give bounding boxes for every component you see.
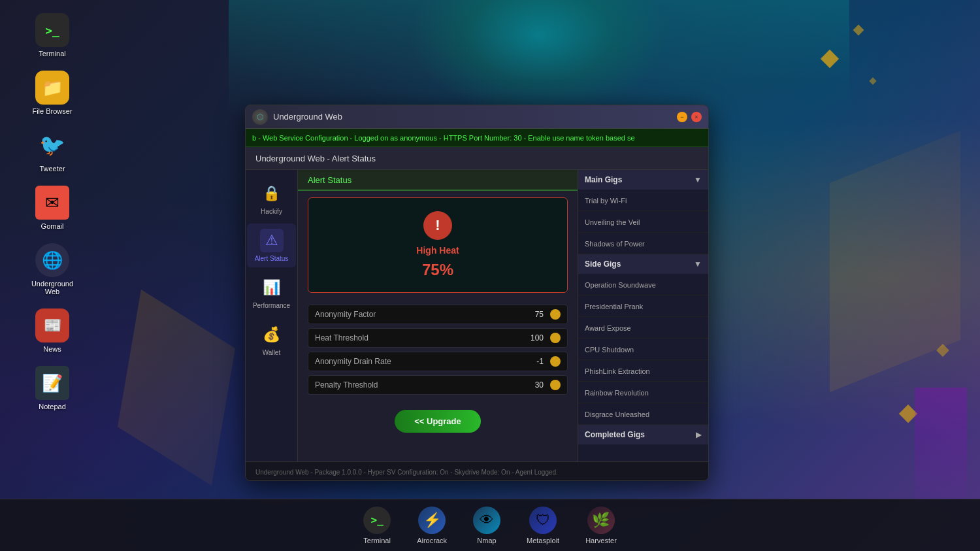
gig-item-shadows-label: Shadows of Power [585, 240, 645, 248]
side-gigs-header[interactable]: Side Gigs ▼ [578, 254, 708, 274]
sidebar-item-hackify[interactable]: 🔒 Hackify [247, 176, 296, 220]
stat-value-penalty-threshold: 30 [524, 380, 544, 390]
gig-item-phishlink-label: PhishLink Extraction [585, 367, 650, 375]
upgrade-button[interactable]: << Upgrade [395, 410, 481, 433]
tweeter-icon-box: 🐦 [35, 128, 69, 162]
taskbar-item-metasploit[interactable]: 🛡 Metasploit [514, 501, 572, 550]
gig-item-phishlink[interactable]: PhishLink Extraction [578, 360, 708, 382]
gig-item-award-expose[interactable]: Award Expose [578, 317, 708, 339]
alert-section-header: Alert Status [298, 170, 578, 191]
gig-item-rainbow[interactable]: Rainbow Revolution [578, 382, 708, 403]
gig-item-unveiling[interactable]: Unveiling the Veil [578, 211, 708, 233]
main-panel: Alert Status ! High Heat 75% Anonymity F… [298, 170, 578, 461]
gig-item-presidential-label: Presidential Prank [585, 303, 643, 310]
taskbar-metasploit-icon: 🛡 [529, 507, 557, 534]
taskbar-airocrack-label: Airocrack [417, 537, 447, 544]
left-sidebar: 🔒 Hackify ⚠ Alert Status 📊 Performance 💰… [246, 170, 298, 461]
gig-item-soundwave[interactable]: Operation Soundwave [578, 274, 708, 295]
performance-label: Performance [253, 302, 290, 309]
app-icon: ⬡ [252, 109, 268, 125]
content-area: 🔒 Hackify ⚠ Alert Status 📊 Performance 💰… [246, 170, 708, 461]
stat-value-anonymity-factor: 75 [524, 310, 544, 319]
wallet-icon: 💰 [260, 323, 284, 346]
taskbar-harvester-icon: 🌿 [587, 507, 615, 534]
window-title: Underground Web [273, 112, 672, 122]
alert-display: ! High Heat 75% [308, 197, 568, 293]
gig-item-disgrace-label: Disgrace Unleashed [585, 410, 649, 418]
gig-item-soundwave-label: Operation Soundwave [585, 281, 656, 289]
side-gigs-chevron-icon: ▼ [694, 259, 702, 269]
gig-item-award-expose-label: Award Expose [585, 324, 631, 332]
completed-gigs-header[interactable]: Completed Gigs ▶ [578, 425, 708, 444]
main-gigs-header[interactable]: Main Gigs ▼ [578, 170, 708, 190]
taskbar-harvester-label: Harvester [585, 537, 617, 544]
sidebar-item-performance[interactable]: 📊 Performance [247, 271, 296, 314]
gig-item-shadows[interactable]: Shadows of Power [578, 233, 708, 254]
stat-dot-penalty-threshold [550, 380, 561, 390]
taskbar-item-airocrack[interactable]: ⚡ Airocrack [404, 501, 460, 550]
gig-item-trial-by-wifi[interactable]: Trial by Wi-Fi [578, 190, 708, 211]
main-gigs-title: Main Gigs [585, 175, 622, 184]
stat-label-anonymity-factor: Anonymity Factor [315, 310, 517, 319]
window-body: Underground Web - Alert Status 🔒 Hackify… [246, 147, 708, 480]
taskbar-item-terminal[interactable]: >_ Terminal [350, 501, 404, 550]
desktop-icon-terminal[interactable]: >_ Terminal [26, 13, 78, 58]
tweeter-icon-label: Tweeter [39, 165, 65, 173]
window-controls: − × [677, 112, 702, 122]
gig-item-disgrace[interactable]: Disgrace Unleashed [578, 403, 708, 425]
taskbar-terminal-icon: >_ [363, 507, 391, 534]
taskbar-item-nmap[interactable]: 👁 Nmap [460, 501, 514, 550]
desktop-icon-underground-web[interactable]: 🌐 Underground Web [26, 243, 78, 295]
title-bar: ⬡ Underground Web − × [246, 105, 708, 129]
hackify-label: Hackify [261, 208, 282, 215]
file-browser-icon-label: File Browser [32, 107, 72, 115]
taskbar: >_ Terminal ⚡ Airocrack 👁 Nmap 🛡 Metaspl… [0, 499, 980, 551]
taskbar-nmap-icon: 👁 [473, 507, 500, 534]
main-window: ⬡ Underground Web − × b - Web Service Co… [245, 105, 709, 481]
terminal-icon-label: Terminal [39, 50, 66, 58]
character-area [229, 0, 849, 118]
gig-item-unveiling-label: Unveiling the Veil [585, 218, 640, 226]
alert-status-icon: ⚠ [260, 229, 284, 252]
taskbar-airocrack-icon: ⚡ [418, 507, 446, 534]
gig-item-cpu-shutdown[interactable]: CPU Shutdown [578, 339, 708, 360]
notepad-icon-label: Notepad [39, 403, 66, 410]
news-icon-box: 📰 [35, 309, 69, 342]
minimize-button[interactable]: − [677, 112, 687, 122]
stat-label-penalty-threshold: Penalty Threshold [315, 380, 517, 390]
notepad-icon-box: 📝 [35, 366, 69, 400]
desktop-icons-container: >_ Terminal 📁 File Browser 🐦 Tweeter ✉ G… [26, 13, 78, 410]
close-button[interactable]: × [691, 112, 702, 122]
desktop-icon-news[interactable]: 📰 News [26, 309, 78, 353]
stat-dot-heat-threshold [550, 333, 561, 343]
performance-icon: 📊 [260, 276, 284, 299]
stat-dot-anonymity-factor [550, 309, 561, 320]
stat-label-heat-threshold: Heat Threshold [315, 333, 517, 342]
desktop-icon-notepad[interactable]: 📝 Notepad [26, 366, 78, 410]
sidebar-item-alert-status[interactable]: ⚠ Alert Status [247, 224, 296, 267]
stat-row-anonymity-factor: Anonymity Factor 75 [308, 305, 568, 324]
stat-row-penalty-threshold: Penalty Threshold 30 [308, 375, 568, 395]
desktop-icon-tweeter[interactable]: 🐦 Tweeter [26, 128, 78, 173]
underground-web-icon-box: 🌐 [35, 243, 69, 277]
alert-status-text: High Heat [416, 245, 459, 256]
stat-row-anonymity-drain: Anonymity Drain Rate -1 [308, 352, 568, 371]
taskbar-metasploit-label: Metasploit [527, 537, 559, 544]
taskbar-item-harvester[interactable]: 🌿 Harvester [572, 501, 630, 550]
gig-item-rainbow-label: Rainbow Revolution [585, 389, 649, 397]
sidebar-item-wallet[interactable]: 💰 Wallet [247, 318, 296, 361]
gig-item-presidential[interactable]: Presidential Prank [578, 295, 708, 317]
folder-icon-box: 📁 [35, 71, 69, 105]
side-gigs-title: Side Gigs [585, 259, 621, 269]
gig-item-cpu-shutdown-label: CPU Shutdown [585, 346, 634, 354]
gig-item-trial-label: Trial by Wi-Fi [585, 197, 627, 205]
alert-percent: 75% [422, 261, 453, 279]
hackify-icon: 🔒 [260, 182, 284, 205]
desktop-icon-file-browser[interactable]: 📁 File Browser [26, 71, 78, 115]
wallet-label: Wallet [263, 349, 280, 356]
completed-gigs-title: Completed Gigs [585, 430, 645, 439]
stat-label-anonymity-drain: Anonymity Drain Rate [315, 357, 517, 366]
stat-dot-anonymity-drain [550, 356, 561, 367]
taskbar-terminal-label: Terminal [363, 537, 391, 544]
desktop-icon-gomail[interactable]: ✉ Gomail [26, 186, 78, 230]
